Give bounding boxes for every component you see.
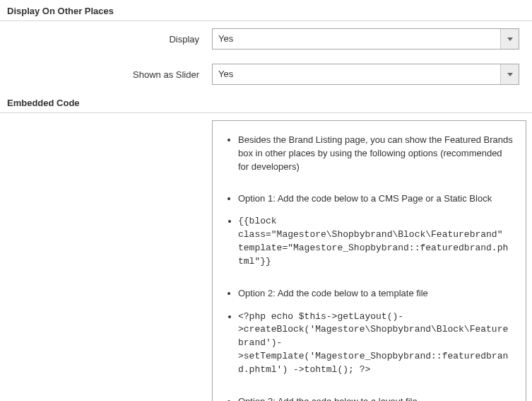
- embedded-opt1-label: Option 1: Add the code below to a CMS Pa…: [238, 192, 513, 206]
- section-heading-display: Display On Other Places: [0, 0, 532, 21]
- select-slider-value: Yes: [213, 64, 500, 84]
- form-row-slider: Shown as Slider Yes: [0, 57, 532, 92]
- embedded-left-spacer: [0, 120, 212, 401]
- embedded-opt1-code: {{block class="Magestore\Shopbybrand\Blo…: [238, 215, 513, 268]
- label-display: Display: [0, 34, 212, 45]
- embedded-body: Besides the Brand Listing page, you can …: [0, 113, 532, 401]
- spacer: [238, 184, 513, 188]
- label-slider: Shown as Slider: [0, 69, 212, 80]
- chevron-down-icon: [500, 29, 519, 49]
- spacer: [238, 387, 513, 391]
- select-display[interactable]: Yes: [212, 28, 519, 50]
- form-row-display: Display Yes: [0, 21, 532, 57]
- embedded-opt2-code: <?php echo $this->getLayout()->createBlo…: [238, 310, 513, 377]
- control-wrap-display: Yes: [212, 28, 525, 50]
- embedded-opt2-label: Option 2: Add the code below to a templa…: [238, 287, 513, 301]
- section-heading-embedded: Embedded Code: [0, 92, 532, 113]
- control-wrap-slider: Yes: [212, 64, 525, 85]
- select-display-value: Yes: [213, 29, 500, 49]
- embedded-list: Besides the Brand Listing page, you can …: [225, 134, 513, 401]
- embedded-intro: Besides the Brand Listing page, you can …: [238, 134, 513, 174]
- embedded-code-box: Besides the Brand Listing page, you can …: [212, 120, 526, 401]
- embedded-opt3-label: Option 3: Add the code below to a layout…: [238, 395, 513, 401]
- spacer: [238, 279, 513, 283]
- select-slider[interactable]: Yes: [212, 64, 519, 85]
- chevron-down-icon: [500, 64, 519, 84]
